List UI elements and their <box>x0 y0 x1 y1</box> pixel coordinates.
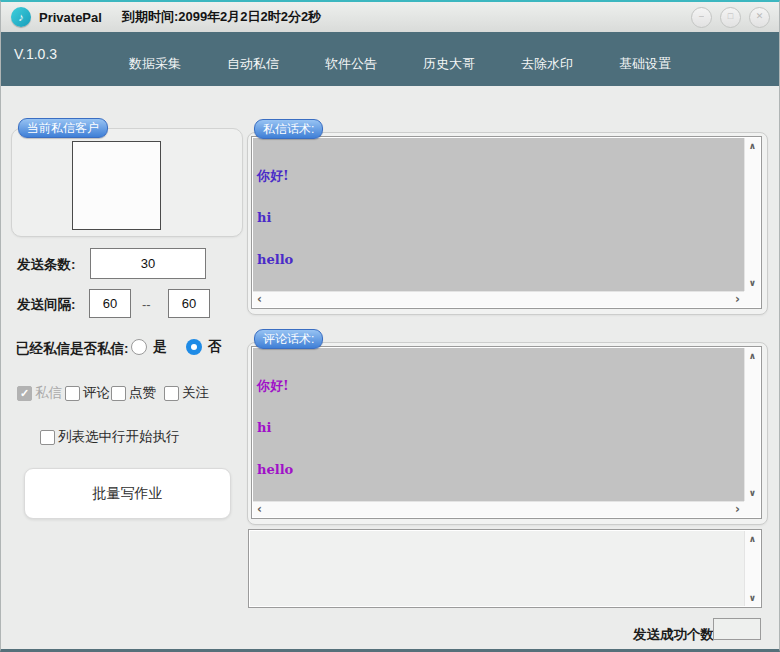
client-avatar-placeholder <box>72 141 161 230</box>
close-button[interactable]: ✕ <box>749 7 770 28</box>
interval-min-input[interactable] <box>89 289 131 318</box>
title-bar: ♪ PrivatePal 到期时间:2099年2月2日2时2分2秒 – □ ✕ <box>1 2 779 32</box>
checkbox-comment[interactable]: 评论 <box>65 384 110 402</box>
radio-yes-label: 是 <box>153 338 167 356</box>
scrollbar-corner <box>744 291 760 307</box>
scroll-up-icon[interactable]: ∧ <box>746 531 759 547</box>
send-count-label: 发送条数: <box>17 256 76 274</box>
tab-software-notice[interactable]: 软件公告 <box>325 55 377 73</box>
checkbox-follow-label: 关注 <box>182 384 209 402</box>
maximize-button[interactable]: □ <box>720 7 741 28</box>
checkbox-like-label: 点赞 <box>129 384 156 402</box>
scroll-down-icon[interactable]: ∨ <box>746 485 759 501</box>
log-box-vscrollbar[interactable]: ∧ ∨ <box>744 531 760 606</box>
radio-option-no[interactable]: 否 <box>186 338 222 356</box>
app-logo-glyph: ♪ <box>18 11 24 23</box>
send-interval-label: 发送间隔: <box>17 296 76 314</box>
log-box: ∧ ∨ <box>248 529 762 608</box>
checkbox-start-from-selected-row-label: 列表选中行开始执行 <box>58 428 180 446</box>
comment-script-textarea: 你好! hi hello ∧ ∨ ‹ › <box>251 346 762 519</box>
send-count-input[interactable] <box>90 248 206 279</box>
success-count-value <box>713 618 761 640</box>
maximize-icon: □ <box>728 11 733 21</box>
checkbox-dm-label: 私信 <box>35 384 62 402</box>
minimize-icon: – <box>699 11 704 21</box>
radio-no-circle <box>186 339 202 355</box>
comment-script-badge: 评论话术: <box>254 329 323 349</box>
window-controls: – □ ✕ <box>691 7 770 28</box>
dm-script-hscrollbar[interactable]: ‹ › <box>253 291 744 307</box>
dm-script-vscrollbar[interactable]: ∧ ∨ <box>744 138 760 291</box>
radio-no-label: 否 <box>208 338 222 356</box>
dm-script-content[interactable]: 你好! hi hello <box>253 138 744 291</box>
resend-question-label: 已经私信是否私信: <box>16 340 129 358</box>
scroll-up-icon[interactable]: ∧ <box>746 348 759 364</box>
success-count-label: 发送成功个数: <box>633 626 719 644</box>
expiry-time-text: 到期时间:2099年2月2日2时2分2秒 <box>122 8 321 26</box>
close-icon: ✕ <box>756 11 764 21</box>
dm-script-text: 你好! hi hello <box>253 138 744 291</box>
checkbox-comment-label: 评论 <box>83 384 110 402</box>
minimize-button[interactable]: – <box>691 7 712 28</box>
scroll-left-icon[interactable]: ‹ <box>253 294 266 305</box>
current-client-badge: 当前私信客户 <box>18 118 108 138</box>
dm-script-line: 你好! <box>257 169 740 183</box>
checkbox-dm-box: ✓ <box>17 386 32 401</box>
scroll-right-icon[interactable]: › <box>731 504 744 515</box>
app-title: PrivatePal <box>39 10 102 25</box>
checkbox-dm[interactable]: ✓ 私信 <box>17 384 62 402</box>
checkbox-start-from-selected-row[interactable]: 列表选中行开始执行 <box>40 428 180 446</box>
dm-script-line: hello <box>257 253 740 267</box>
radio-yes-circle <box>131 339 147 355</box>
dm-script-badge: 私信话术: <box>254 119 323 139</box>
log-box-content[interactable] <box>250 531 744 606</box>
interval-max-input[interactable] <box>168 289 210 318</box>
comment-script-text: 你好! hi hello <box>253 348 744 501</box>
checkbox-like[interactable]: 点赞 <box>111 384 156 402</box>
radio-option-yes[interactable]: 是 <box>131 338 167 356</box>
comment-script-hscrollbar[interactable]: ‹ › <box>253 501 744 517</box>
app-window: ♪ PrivatePal 到期时间:2099年2月2日2时2分2秒 – □ ✕ … <box>0 0 780 652</box>
checkbox-like-box <box>111 386 126 401</box>
tab-auto-dm[interactable]: 自动私信 <box>227 55 279 73</box>
scroll-down-icon[interactable]: ∨ <box>746 275 759 291</box>
dm-script-textarea: 你好! hi hello ∧ ∨ ‹ › <box>251 136 762 309</box>
tab-history[interactable]: 历史大哥 <box>423 55 475 73</box>
batch-write-button[interactable]: 批量写作业 <box>24 468 231 519</box>
nav-tabs: 数据采集 自动私信 软件公告 历史大哥 去除水印 基础设置 <box>129 55 671 73</box>
app-logo-icon: ♪ <box>11 7 31 27</box>
comment-script-line: hello <box>257 463 740 477</box>
tab-basic-settings[interactable]: 基础设置 <box>619 55 671 73</box>
tab-data-collection[interactable]: 数据采集 <box>129 55 181 73</box>
checkbox-comment-box <box>65 386 80 401</box>
nav-bar: V.1.0.3 数据采集 自动私信 软件公告 历史大哥 去除水印 基础设置 <box>1 32 779 86</box>
comment-script-line: 你好! <box>257 379 740 393</box>
tab-remove-watermark[interactable]: 去除水印 <box>521 55 573 73</box>
checkbox-follow-box <box>164 386 179 401</box>
scrollbar-corner <box>744 501 760 517</box>
scroll-up-icon[interactable]: ∧ <box>746 138 759 154</box>
scroll-left-icon[interactable]: ‹ <box>253 504 266 515</box>
dm-script-line: hi <box>257 211 740 225</box>
comment-script-vscrollbar[interactable]: ∧ ∨ <box>744 348 760 501</box>
comment-script-content[interactable]: 你好! hi hello <box>253 348 744 501</box>
scroll-down-icon[interactable]: ∨ <box>746 590 759 606</box>
scroll-right-icon[interactable]: › <box>731 294 744 305</box>
version-label: V.1.0.3 <box>14 46 57 62</box>
comment-script-line: hi <box>257 421 740 435</box>
interval-separator: -- <box>142 297 151 312</box>
checkbox-start-from-selected-row-box <box>40 430 55 445</box>
checkbox-follow[interactable]: 关注 <box>164 384 209 402</box>
